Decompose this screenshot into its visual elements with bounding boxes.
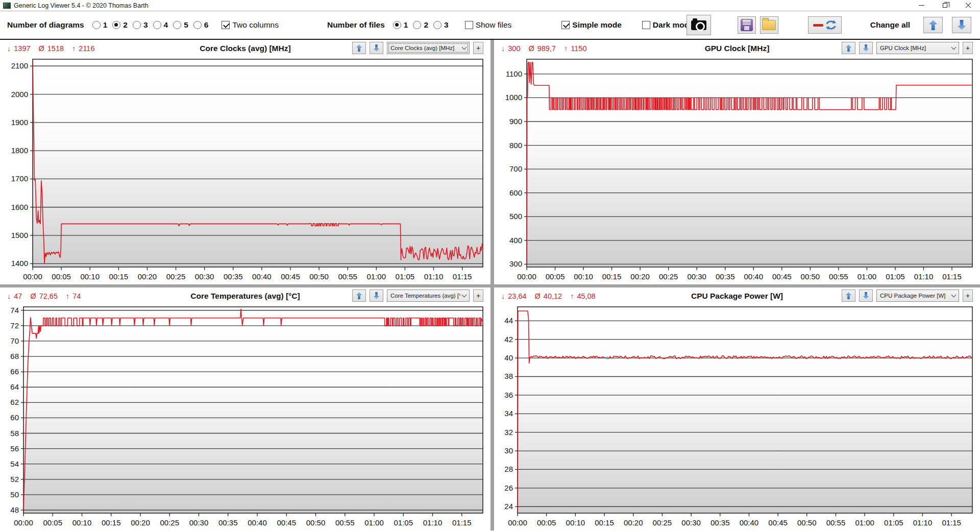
svg-text:68: 68 [10, 352, 19, 360]
dropdown-value: Core Clocks (avg) [MHz] [390, 45, 460, 51]
diagrams-radio-1[interactable]: 1 [92, 20, 108, 30]
svg-text:00:55: 00:55 [335, 518, 355, 527]
files-radio-1[interactable]: 1 [393, 20, 408, 30]
svg-text:01:05: 01:05 [884, 518, 903, 527]
radio-icon [193, 21, 202, 29]
radio-icon [173, 21, 181, 29]
avg-icon: Ø [39, 44, 44, 53]
diagrams-group-label: Number of diagrams [7, 20, 84, 30]
chart-move-down-button[interactable] [370, 289, 383, 302]
min-value: 1397 [14, 44, 30, 53]
chart-plot[interactable]: 242628303234363840424400:0000:0500:1000:… [494, 305, 980, 530]
radio-icon [393, 21, 401, 29]
svg-text:1100: 1100 [506, 69, 522, 78]
svg-text:00:50: 00:50 [797, 518, 817, 527]
chart-plot[interactable]: 1400150016001700180019002000210000:0000:… [0, 57, 491, 284]
svg-text:62: 62 [10, 398, 19, 406]
chart-controls: GPU Clock [MHz]+ [842, 42, 973, 54]
svg-text:00:05: 00:05 [43, 518, 62, 527]
app-icon [3, 3, 11, 9]
svg-text:70: 70 [10, 336, 19, 345]
chart-plot[interactable]: 3004005006007008009001000110000:0000:050… [494, 57, 980, 284]
change-all-up-button[interactable] [923, 17, 943, 33]
radio-icon [112, 21, 120, 29]
diagrams-radio-4[interactable]: 4 [153, 20, 168, 30]
down-arrow-icon [958, 20, 966, 30]
svg-text:00:05: 00:05 [546, 272, 565, 281]
dark-mode-checkbox[interactable]: Dark mode [642, 20, 691, 30]
min-value: 300 [508, 44, 520, 53]
svg-text:00:40: 00:40 [248, 518, 267, 527]
chart-move-up-button[interactable] [842, 42, 855, 54]
diagrams-radio-3[interactable]: 3 [133, 20, 148, 30]
svg-text:01:00: 01:00 [855, 518, 874, 527]
chart-metric-dropdown[interactable]: Core Temperatures (avg) [°C] [387, 289, 470, 302]
close-button[interactable] [957, 0, 980, 11]
save-button[interactable] [738, 16, 756, 34]
svg-text:01:00: 01:00 [857, 272, 877, 281]
chart-add-button[interactable]: + [963, 289, 973, 302]
radio-icon [433, 21, 442, 29]
min-arrow-icon: ↓ [7, 44, 11, 53]
svg-text:00:10: 00:10 [80, 272, 100, 281]
svg-text:00:20: 00:20 [624, 518, 643, 527]
files-radio-2[interactable]: 2 [413, 20, 428, 30]
min-value: 47 [14, 292, 22, 300]
diagrams-radio-6[interactable]: 6 [193, 20, 209, 30]
minimize-button[interactable] [910, 0, 933, 11]
show-files-checkbox[interactable]: Show files [465, 20, 512, 30]
diagrams-radio-5[interactable]: 5 [173, 20, 188, 30]
title-bar: Generic Log Viewer 5.4 - © 2020 Thomas B… [0, 0, 980, 11]
chart-move-down-button[interactable] [859, 289, 873, 302]
dropdown-value: Core Temperatures (avg) [°C] [390, 293, 460, 299]
diagrams-radio-2[interactable]: 2 [112, 20, 128, 30]
chart-metric-dropdown[interactable]: GPU Clock [MHz] [876, 42, 959, 54]
files-group-label: Number of files [327, 20, 385, 30]
chart-add-button[interactable]: + [473, 42, 483, 54]
chart-move-down-button[interactable] [370, 42, 383, 54]
screenshot-button[interactable] [687, 15, 711, 35]
svg-text:700: 700 [509, 164, 522, 173]
svg-text:44: 44 [504, 316, 513, 325]
svg-text:01:15: 01:15 [942, 518, 961, 527]
svg-text:500: 500 [509, 212, 522, 221]
dropdown-value: CPU Package Power [W] [880, 293, 950, 299]
svg-text:00:30: 00:30 [195, 272, 214, 281]
svg-text:60: 60 [10, 413, 19, 422]
svg-text:00:30: 00:30 [189, 518, 209, 527]
chart-add-button[interactable]: + [473, 289, 483, 302]
svg-text:00:15: 00:15 [102, 518, 121, 527]
chart-move-up-button[interactable] [352, 42, 366, 54]
window-controls [910, 0, 980, 11]
restore-icon [943, 3, 947, 8]
down-arrow-icon [863, 44, 869, 52]
checkbox-icon [561, 21, 570, 29]
chart-add-button[interactable]: + [963, 42, 973, 54]
svg-text:01:10: 01:10 [914, 272, 934, 281]
radio-icon [153, 21, 161, 29]
files-radio-3[interactable]: 3 [433, 20, 449, 30]
chart-move-up-button[interactable] [842, 289, 855, 302]
svg-text:01:10: 01:10 [424, 272, 444, 281]
svg-text:00:00: 00:00 [508, 518, 527, 527]
chart-metric-dropdown[interactable]: Core Clocks (avg) [MHz] [387, 42, 470, 54]
open-folder-button[interactable] [760, 16, 778, 34]
chart-plot[interactable]: 485052545658606264666870727400:0000:0500… [0, 305, 491, 530]
svg-text:00:10: 00:10 [72, 518, 92, 527]
line-style-refresh-button[interactable] [808, 16, 842, 34]
two-columns-checkbox[interactable]: Two columns [222, 20, 278, 30]
max-arrow-icon: ↑ [72, 44, 76, 53]
change-all-down-button[interactable] [952, 17, 971, 33]
chart-move-up-button[interactable] [352, 289, 366, 302]
svg-text:00:15: 00:15 [602, 272, 622, 281]
svg-text:26: 26 [504, 484, 513, 492]
chart-metric-dropdown[interactable]: CPU Package Power [W] [876, 289, 959, 302]
svg-text:00:40: 00:40 [252, 272, 272, 281]
simple-mode-checkbox[interactable]: Simple mode [561, 20, 621, 30]
min-arrow-icon: ↓ [501, 292, 505, 300]
chart-stats: ↓300Ø989,7↑1150 [501, 40, 592, 57]
max-value: 45,08 [577, 292, 595, 300]
svg-text:00:20: 00:20 [138, 272, 157, 281]
chart-move-down-button[interactable] [859, 42, 873, 54]
restore-button[interactable] [933, 0, 957, 11]
